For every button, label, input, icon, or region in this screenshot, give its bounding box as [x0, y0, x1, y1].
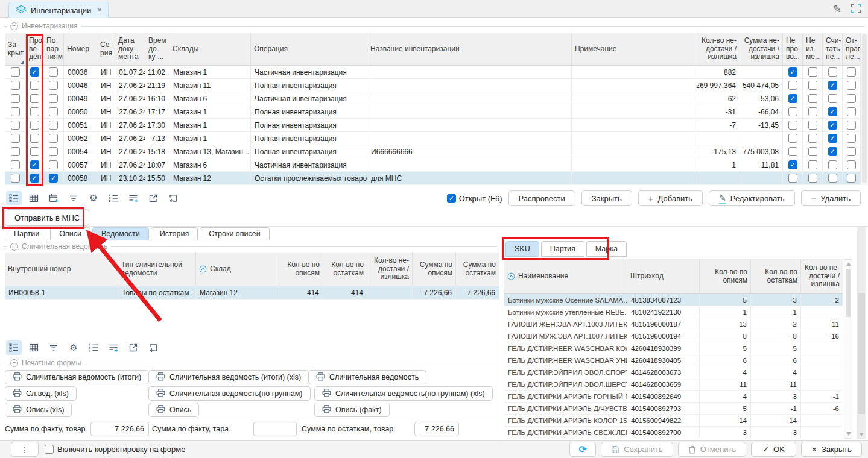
filter-icon[interactable]	[66, 191, 81, 205]
sku-cell[interactable]: ГЕЛЬ Д/СТИР.ЭЙПРИЛ ЭВОЛ.ШЕРСТ...	[504, 378, 627, 391]
closed-checkbox[interactable]	[11, 81, 20, 90]
by-batches-checkbox[interactable]	[49, 67, 58, 77]
inv-cell[interactable]: -7	[697, 119, 740, 132]
inv-cell[interactable]: 00057	[64, 158, 97, 172]
posted-checkbox[interactable]	[30, 147, 39, 156]
inv-cell[interactable]: -269 997,364	[697, 79, 740, 92]
sku-cell[interactable]: 1	[700, 306, 751, 318]
vedomost-column-header[interactable]: Внутренний номер	[5, 253, 118, 286]
inv-cell[interactable]: 11:02	[145, 66, 169, 79]
inv-cell[interactable]	[572, 66, 697, 79]
inv-cell[interactable]: 15:50	[145, 172, 169, 185]
sku-cell[interactable]: 4815196000194	[627, 330, 700, 342]
inv-cell[interactable]	[843, 119, 860, 132]
inv-cell[interactable]	[823, 105, 843, 119]
cancel-button[interactable]: Отменить	[678, 442, 746, 457]
refresh-button[interactable]	[569, 442, 596, 457]
inv-cell[interactable]	[5, 92, 26, 105]
sku-cell[interactable]: 4260418930405	[627, 354, 700, 366]
inv-column-header[interactable]: По пар-тиям	[43, 33, 64, 66]
sku-cell[interactable]: 5	[700, 294, 751, 306]
sku-cell[interactable]: 4	[700, 391, 751, 403]
vedomost-cell[interactable]	[367, 286, 413, 300]
inv-cell[interactable]: Магазин 13, Магазин ...	[169, 145, 251, 158]
inv-cell[interactable]	[803, 132, 823, 145]
edit-pencil-icon[interactable]	[833, 3, 841, 16]
inv-cell[interactable]	[572, 119, 697, 132]
close-form-button[interactable]: Закрыть	[801, 442, 862, 457]
ok-button[interactable]: OK	[751, 442, 796, 457]
inv-column-header[interactable]: Дата доку-мента	[115, 33, 145, 66]
inv-cell[interactable]: Частичная инвентаризация	[251, 158, 367, 172]
inv-cell[interactable]: для МНС	[367, 172, 572, 185]
sku-cell[interactable]: 11	[751, 378, 801, 391]
inv-cell[interactable]	[572, 92, 697, 105]
inv-cell[interactable]	[843, 145, 860, 158]
inv-cell[interactable]	[572, 145, 697, 158]
inv-cell[interactable]: 27.06.24	[115, 145, 145, 158]
inv-cell[interactable]: Полная инвентаризация	[251, 79, 367, 92]
vertical-splitter[interactable]	[501, 227, 501, 439]
posted-checkbox[interactable]	[30, 67, 39, 77]
sku-cell[interactable]: 4015400892700	[627, 427, 700, 438]
sku-column-header[interactable]: Наименование	[504, 259, 627, 294]
inv-cell[interactable]	[26, 66, 43, 79]
not-posted-checkbox[interactable]	[788, 160, 797, 169]
open-f6-checkbox-box[interactable]	[447, 194, 456, 203]
inv-cell[interactable]	[26, 145, 43, 158]
inv-cell[interactable]	[740, 172, 783, 185]
count-not-checkbox[interactable]	[828, 107, 837, 116]
count-not-checkbox[interactable]	[828, 94, 837, 103]
sku-cell[interactable]	[801, 354, 843, 366]
sum-fact-goods-field[interactable]: 7 226,66	[90, 422, 149, 436]
tab-История[interactable]: История	[151, 227, 198, 240]
closed-checkbox[interactable]	[11, 121, 20, 130]
sku-cell[interactable]: -2	[801, 294, 843, 306]
inv-cell[interactable]	[43, 145, 64, 158]
inv-cell[interactable]: ИН	[97, 119, 115, 132]
inv-cell[interactable]	[43, 66, 64, 79]
tab-Партия[interactable]: Партия	[541, 241, 584, 257]
closed-checkbox[interactable]	[11, 174, 20, 183]
table-grid-icon[interactable]	[26, 191, 42, 205]
inv-cell[interactable]	[26, 158, 43, 172]
inv-cell[interactable]: ИН	[97, 132, 115, 145]
inv-cell[interactable]	[572, 158, 697, 172]
sent-checkbox[interactable]	[847, 134, 856, 143]
more-menu-button[interactable]	[11, 442, 39, 457]
sku-cell[interactable]: ГЕЛЬ Д/СТИРКИ АРИЭЛЬ СВЕЖ.ЛЕН	[504, 427, 627, 438]
inv-cell[interactable]: 27.06.24	[115, 119, 145, 132]
posted-checkbox[interactable]	[30, 174, 39, 183]
inv-cell[interactable]	[26, 92, 43, 105]
inv-column-header[interactable]: От-прав ле...	[843, 33, 860, 66]
inv-cell[interactable]: -13,45	[740, 119, 783, 132]
inv-cell[interactable]: Магазин 11	[169, 79, 251, 92]
not-posted-checkbox[interactable]	[788, 134, 797, 143]
inv-cell[interactable]	[367, 79, 572, 92]
edit-button[interactable]: Редактировать	[709, 190, 795, 206]
vedomost-column-header[interactable]: Тип сличительной ведомости	[118, 253, 196, 286]
sku-cell[interactable]	[801, 366, 843, 378]
inv-cell[interactable]	[26, 132, 43, 145]
inv-cell[interactable]: 00058	[64, 172, 97, 185]
by-batches-checkbox[interactable]	[49, 134, 58, 143]
inv-cell[interactable]	[783, 92, 803, 105]
sku-cell[interactable]: ГАЛОШИ ЖЕН.ЭВА АРТ.1003 ЛИТЕКС	[504, 318, 627, 330]
inv-cell[interactable]	[783, 66, 803, 79]
inv-cell[interactable]: 23.10.24	[115, 172, 145, 185]
inv-column-header[interactable]: Примечание	[572, 33, 697, 66]
inv-cell[interactable]	[803, 92, 823, 105]
open-f6-checkbox[interactable]: Открыт (F6)	[447, 194, 502, 203]
refresh-icon[interactable]	[165, 191, 181, 205]
open-external-icon[interactable]	[145, 191, 161, 205]
sent-checkbox[interactable]	[847, 160, 856, 169]
inv-cell[interactable]	[43, 105, 64, 119]
inv-cell[interactable]	[843, 105, 860, 119]
inv-cell[interactable]	[572, 172, 697, 185]
sent-checkbox[interactable]	[847, 107, 856, 116]
inv-cell[interactable]: Полная инвентаризация	[251, 119, 367, 132]
inv-cell[interactable]: -540 474,05	[740, 79, 783, 92]
inv-cell[interactable]: -66,04	[740, 105, 783, 119]
inv-cell[interactable]: 00049	[64, 92, 97, 105]
inv-cell[interactable]	[572, 79, 697, 92]
